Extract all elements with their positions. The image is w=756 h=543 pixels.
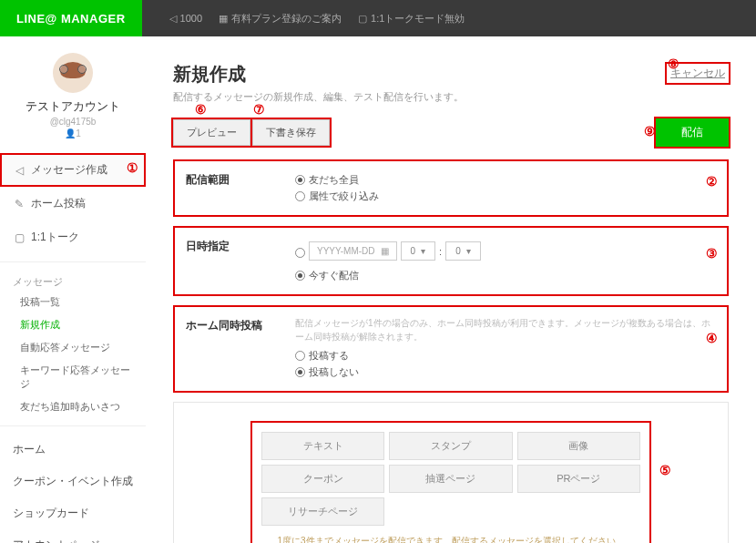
sidebar-item-keyword-reply[interactable]: キーワード応答メッセージ (0, 359, 146, 395)
sidebar-item-new-create[interactable]: 新規作成 (0, 313, 146, 336)
radio-icon (295, 271, 305, 281)
sidebar-link-home[interactable]: ホーム (0, 434, 146, 466)
radio-icon (295, 191, 305, 201)
sidebar-link-coupon[interactable]: クーポン・イベント作成 (0, 466, 146, 497)
annotation-9: ⑨ (644, 124, 656, 139)
speaker-icon: ◁ (13, 164, 26, 177)
button-row: ⑥ ⑦ プレビュー 下書き保存 ⑨ 配信 (173, 118, 729, 147)
account-friends: 👤1 (0, 128, 146, 138)
sidebar-link-accountpage[interactable]: アカウントページ (0, 529, 146, 543)
range-opt-filter[interactable]: 属性で絞り込み (295, 190, 716, 203)
sidebar: テストアカウント @clg4175b 👤1 ◁ メッセージ作成 ① ✎ ホーム投… (0, 36, 146, 543)
home-post-label: ホーム同時投稿 (186, 316, 295, 382)
nav-message-create[interactable]: ◁ メッセージ作成 ① (0, 153, 146, 187)
nav-home-post[interactable]: ✎ ホーム投稿 (0, 187, 146, 220)
message-type-panel: テキスト スタンプ 画像 クーポン 抽選ページ PRページ リサーチページ 1度… (173, 402, 729, 543)
chevron-down-icon: ▾ (466, 246, 471, 256)
annotation-5: ⑤ (659, 463, 671, 478)
radio-icon (295, 367, 305, 377)
header-plan-link[interactable]: ▦ 有料プラン登録のご案内 (219, 12, 342, 26)
header-points: ◁ 1000 (169, 13, 202, 25)
annotation-2: ② (706, 174, 718, 190)
speaker-icon: ◁ (169, 13, 177, 25)
header-talk-mode: ▢ 1:1トークモード無効 (358, 12, 465, 26)
nav-one-one-talk[interactable]: ▢ 1:1トーク (0, 220, 146, 254)
avatar[interactable] (53, 53, 93, 93)
range-label: 配信範囲 (186, 170, 295, 206)
sidebar-item-greeting[interactable]: 友だち追加時あいさつ (0, 395, 146, 418)
form-range: 配信範囲 友だち全員 属性で絞り込み ② (173, 159, 729, 217)
doc-icon: ▦ (219, 13, 228, 25)
chevron-down-icon: ▾ (421, 246, 425, 256)
header-bar: ◁ 1000 ▦ 有料プラン登録のご案内 ▢ 1:1トークモード無効 (142, 0, 756, 36)
cancel-link[interactable]: キャンセル (667, 64, 729, 83)
msg-type-stamp[interactable]: スタンプ (389, 432, 512, 460)
annotation-7: ⑦ (253, 102, 265, 118)
radio-icon (295, 175, 305, 185)
chat-icon: ▢ (358, 13, 367, 25)
annotation-4: ④ (706, 331, 718, 346)
home-post-opt-yes[interactable]: 投稿する (295, 349, 716, 363)
sidebar-item-auto-reply[interactable]: 自動応答メッセージ (0, 336, 146, 359)
range-opt-all[interactable]: 友だち全員 (295, 173, 716, 187)
home-post-opt-no[interactable]: 投稿しない (295, 365, 716, 379)
chat-icon: ▢ (13, 231, 26, 244)
preview-button[interactable]: プレビュー (173, 119, 250, 146)
edit-icon: ✎ (13, 198, 26, 210)
home-post-hint: 配信メッセージが1件の場合のみ、ホーム同時投稿が利用できます。メッセージが複数あ… (295, 316, 716, 343)
send-button-top[interactable]: 配信 (656, 118, 729, 147)
annotation-1: ① (127, 160, 138, 176)
msg-type-coupon[interactable]: クーポン (261, 465, 384, 493)
date-input[interactable]: YYYY-MM-DD▦ (309, 241, 397, 261)
radio-icon (295, 248, 305, 258)
minute-select[interactable]: 0▾ (445, 241, 481, 261)
calendar-icon: ▦ (381, 246, 389, 256)
page-title: 新規作成 (173, 62, 729, 87)
sidebar-link-shopcard[interactable]: ショップカード (0, 497, 146, 529)
header: LINE@ MANAGER ◁ 1000 ▦ 有料プラン登録のご案内 ▢ 1:1… (0, 0, 756, 36)
radio-icon (295, 351, 305, 361)
msg-type-pr[interactable]: PRページ (517, 465, 640, 493)
datetime-opt-now[interactable]: 今すぐ配信 (295, 269, 716, 282)
account-id: @clg4175b (0, 117, 146, 127)
datetime-opt-schedule[interactable]: YYYY-MM-DD▦ 0▾ : 0▾ (295, 240, 716, 266)
annotation-3: ③ (706, 246, 718, 261)
person-icon: 👤 (65, 128, 76, 138)
account-block: テストアカウント @clg4175b 👤1 (0, 53, 146, 138)
msg-note: 1度に3件までメッセージを配信できます。配信するメッセージを選択してください。 (261, 535, 640, 543)
section-message-title: メッセージ (0, 270, 146, 291)
annotation-6: ⑥ (195, 102, 207, 118)
datetime-label: 日時指定 (186, 237, 295, 285)
sidebar-item-post-list[interactable]: 投稿一覧 (0, 291, 146, 313)
msg-type-lottery[interactable]: 抽選ページ (389, 465, 512, 493)
draft-button[interactable]: 下書き保存 (252, 119, 330, 146)
msg-type-image[interactable]: 画像 (517, 432, 640, 460)
form-home-post: ホーム同時投稿 配信メッセージが1件の場合のみ、ホーム同時投稿が利用できます。メ… (173, 305, 729, 393)
hour-select[interactable]: 0▾ (401, 241, 436, 261)
account-name: テストアカウント (0, 98, 146, 115)
msg-type-text[interactable]: テキスト (261, 432, 384, 460)
main-content: 新規作成 配信するメッセージの新規作成、編集、テスト配信を行います。 ⑧ キャン… (146, 36, 756, 543)
form-datetime: 日時指定 YYYY-MM-DD▦ 0▾ : 0▾ 今すぐ配信 ③ (173, 226, 729, 296)
msg-type-research[interactable]: リサーチページ (261, 497, 384, 526)
logo: LINE@ MANAGER (0, 12, 142, 26)
